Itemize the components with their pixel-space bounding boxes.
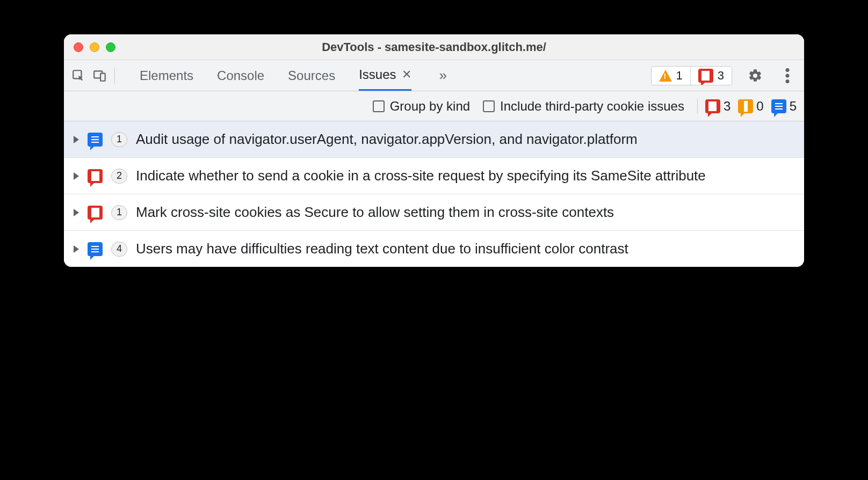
svg-point-4 bbox=[786, 74, 790, 77]
tab-elements[interactable]: Elements bbox=[140, 60, 193, 91]
device-toggle-icon[interactable] bbox=[93, 69, 107, 83]
issue-title: Audit usage of navigator.userAgent, navi… bbox=[136, 130, 793, 149]
issue-title: Users may have difficulties reading text… bbox=[136, 239, 793, 258]
issue-count-badge: 2 bbox=[111, 169, 127, 184]
warning-icon: ! bbox=[738, 99, 753, 113]
error-count: 3 bbox=[718, 69, 724, 83]
checkbox-icon bbox=[373, 100, 385, 112]
tab-issues[interactable]: Issues ✕ bbox=[359, 60, 411, 91]
tab-issues-label: Issues bbox=[359, 67, 396, 82]
error-kind-count: ✕ 3 bbox=[705, 99, 730, 114]
issue-kind-counts: ✕ 3 ! 0 5 bbox=[697, 99, 797, 114]
error-icon: ✕ bbox=[88, 206, 103, 220]
window-minimize-button[interactable] bbox=[90, 42, 99, 52]
devtools-window: DevTools - samesite-sandbox.glitch.me/ E… bbox=[64, 34, 804, 267]
tab-close-icon[interactable]: ✕ bbox=[402, 68, 411, 82]
error-icon: ✕ bbox=[698, 69, 713, 83]
traffic-lights bbox=[64, 42, 115, 52]
issues-options-bar: Group by kind Include third-party cookie… bbox=[64, 91, 804, 121]
issue-title: Indicate whether to send a cookie in a c… bbox=[136, 166, 793, 185]
disclosure-triangle-icon[interactable] bbox=[74, 245, 79, 253]
disclosure-triangle-icon[interactable] bbox=[74, 172, 79, 180]
disclosure-triangle-icon[interactable] bbox=[74, 136, 79, 143]
titlebar: DevTools - samesite-sandbox.glitch.me/ bbox=[64, 34, 804, 60]
window-maximize-button[interactable] bbox=[106, 42, 115, 52]
warning-icon bbox=[659, 70, 672, 82]
issue-row[interactable]: ✕ 1 Mark cross-site cookies as Secure to… bbox=[64, 194, 804, 231]
issue-title: Mark cross-site cookies as Secure to all… bbox=[136, 203, 793, 222]
info-kind-count: 5 bbox=[771, 99, 797, 114]
issue-count-badge: 4 bbox=[111, 242, 127, 257]
issue-row[interactable]: ✕ 2 Indicate whether to send a cookie in… bbox=[64, 158, 804, 194]
issue-count-badge: 1 bbox=[111, 132, 127, 147]
error-icon: ✕ bbox=[88, 169, 103, 183]
error-icon: ✕ bbox=[705, 99, 720, 113]
window-close-button[interactable] bbox=[74, 42, 83, 52]
include-third-party-label: Include third-party cookie issues bbox=[500, 99, 684, 114]
info-icon bbox=[771, 99, 786, 113]
group-by-kind-label: Group by kind bbox=[390, 99, 470, 114]
issue-count-badge: 1 bbox=[111, 205, 127, 220]
svg-point-5 bbox=[786, 79, 790, 83]
group-by-kind-checkbox[interactable]: Group by kind bbox=[373, 99, 470, 114]
issue-counters-box[interactable]: 1 ✕ 3 bbox=[651, 66, 733, 85]
issues-list: 1 Audit usage of navigator.userAgent, na… bbox=[64, 121, 804, 267]
tab-console[interactable]: Console bbox=[217, 60, 264, 91]
disclosure-triangle-icon[interactable] bbox=[74, 209, 79, 216]
warning-count: 1 bbox=[676, 69, 683, 83]
more-options-button[interactable] bbox=[778, 67, 797, 85]
tabs: Elements Console Sources Issues ✕ » bbox=[140, 60, 447, 91]
include-third-party-checkbox[interactable]: Include third-party cookie issues bbox=[483, 99, 684, 114]
tab-sources[interactable]: Sources bbox=[288, 60, 335, 91]
main-tabbar: Elements Console Sources Issues ✕ » 1 ✕ … bbox=[64, 60, 804, 91]
svg-rect-2 bbox=[100, 73, 105, 81]
info-icon bbox=[88, 242, 103, 256]
error-counter[interactable]: ✕ 3 bbox=[690, 67, 732, 85]
issue-row[interactable]: 1 Audit usage of navigator.userAgent, na… bbox=[64, 121, 804, 158]
svg-point-3 bbox=[786, 68, 790, 72]
checkbox-icon bbox=[483, 100, 495, 112]
settings-button[interactable] bbox=[746, 67, 764, 85]
issue-row[interactable]: 4 Users may have difficulties reading te… bbox=[64, 231, 804, 267]
info-icon bbox=[88, 133, 103, 147]
window-title: DevTools - samesite-sandbox.glitch.me/ bbox=[64, 40, 804, 54]
warning-counter[interactable]: 1 bbox=[652, 67, 690, 85]
warning-kind-count: ! 0 bbox=[738, 99, 763, 114]
tabbar-left-tools bbox=[71, 69, 107, 83]
more-tabs-icon[interactable]: » bbox=[439, 67, 447, 84]
inspect-element-icon[interactable] bbox=[71, 69, 85, 83]
toolbar-divider bbox=[114, 68, 115, 84]
